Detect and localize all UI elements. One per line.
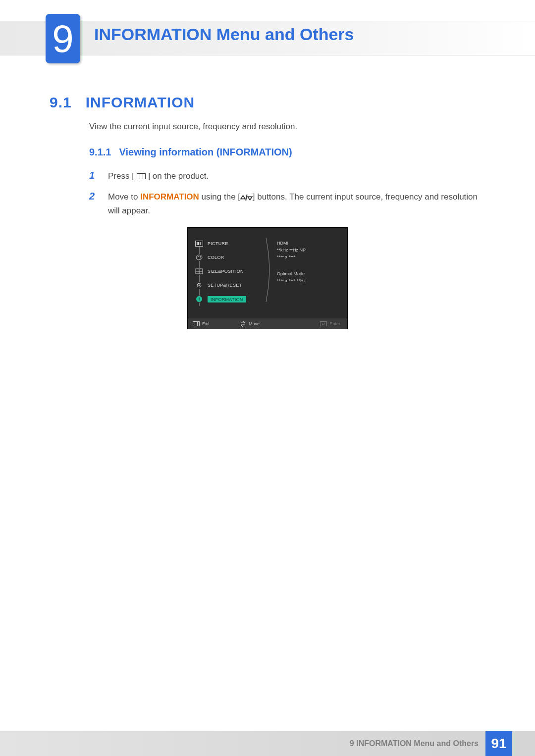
osd-divider [265,240,272,309]
osd-screenshot: PICTURE COLOR SIZE&POSITION [187,227,348,329]
osd-footer-move: Move [234,321,265,326]
step-body: Press [ ] on the product. [108,170,485,183]
page-number: 91 [485,731,512,756]
osd-info-current: HDMI **kHz **Hz NP **** x **** [277,241,340,259]
svg-rect-17 [321,321,327,326]
svg-rect-2 [198,242,199,245]
gear-icon [195,282,204,289]
section-title: INFORMATION [86,94,195,111]
osd-label: INFORMATION [211,297,243,302]
svg-rect-14 [193,321,200,326]
svg-text:i: i [199,297,200,302]
subsection-title: Viewing information (INFORMATION) [119,147,292,158]
footer-tail [512,731,535,756]
osd-body: PICTURE COLOR SIZE&POSITION [188,228,347,318]
osd-item-information: i INFORMATION [195,295,260,303]
osd-item-color: COLOR [195,253,260,261]
svg-point-5 [200,256,201,257]
section-intro: View the current input source, frequency… [89,122,485,132]
osd-optimal-label: Optimal Mode [277,271,340,276]
osd-item-setup: SETUP&RESET [195,281,260,289]
content-area: 9.1 INFORMATION View the current input s… [0,64,535,329]
palette-icon [195,254,204,261]
section-heading: 9.1 INFORMATION [50,94,485,111]
step2-mid: using the [ [199,192,240,202]
osd-optimal-value: **** x **** **Hz [277,278,340,283]
osd-info-source: HDMI [277,241,340,246]
osd-footer-enter-label: Enter [329,321,340,326]
menu-button-icon [137,173,146,179]
chapter-number-box: 9 [46,14,80,63]
osd-info-freq: **kHz **Hz NP [277,248,340,252]
osd-label: SIZE&POSITION [208,269,244,274]
step-number: 2 [89,191,100,217]
info-icon: i [195,296,204,302]
picture-icon [195,240,204,247]
svg-point-11 [199,285,200,286]
chapter-number: 9 [52,19,73,58]
page-footer: 9 INFORMATION Menu and Others 91 [0,731,535,756]
up-down-icon: / [240,192,253,204]
step2-pre: Move to [108,192,140,202]
size-position-icon [195,268,204,275]
step-1: 1 Press [ ] on the product. [89,170,485,183]
svg-point-4 [198,256,199,257]
osd-footer-exit-label: Exit [202,321,210,326]
up-down-icon [239,321,246,326]
svg-point-6 [200,257,201,258]
enter-icon [320,321,327,326]
menu-button-icon [193,321,200,326]
osd-footer-exit: Exit [188,321,214,326]
footer-bar: 9 INFORMATION Menu and Others [0,731,485,756]
page-header: 9 INFORMATION Menu and Others [0,0,535,64]
step1-post: ] on the product. [148,171,209,181]
osd-footer: Exit Move Enter [188,318,347,329]
osd-label: PICTURE [208,241,228,246]
footer-label: 9 INFORMATION Menu and Others [350,739,479,748]
osd-item-picture: PICTURE [195,240,260,248]
subsection-heading: 9.1.1 Viewing information (INFORMATION) [89,147,485,158]
chapter-title: INFORMATION Menu and Others [94,25,354,44]
subsection-number: 9.1.1 [89,147,111,158]
osd-item-sizepos: SIZE&POSITION [195,267,260,275]
osd-info-optimal: Optimal Mode **** x **** **Hz [277,271,340,283]
osd-footer-move-label: Move [249,321,260,326]
osd-info-panel: HDMI **kHz **Hz NP **** x **** Optimal M… [277,240,340,309]
step-2: 2 Move to INFORMATION using the [ / ] bu… [89,191,485,217]
step-body: Move to INFORMATION using the [ / ] butt… [108,191,485,217]
step2-keyword: INFORMATION [140,192,199,202]
svg-rect-1 [197,242,198,245]
svg-rect-3 [200,242,201,245]
section-number: 9.1 [50,94,72,111]
osd-label: COLOR [208,255,224,260]
step-number: 1 [89,170,100,183]
osd-footer-enter: Enter [315,321,347,326]
step1-pre: Press [ [108,171,134,181]
osd-info-res: **** x **** [277,254,340,259]
osd-menu-list: PICTURE COLOR SIZE&POSITION [195,240,260,309]
osd-label: SETUP&RESET [208,283,242,288]
